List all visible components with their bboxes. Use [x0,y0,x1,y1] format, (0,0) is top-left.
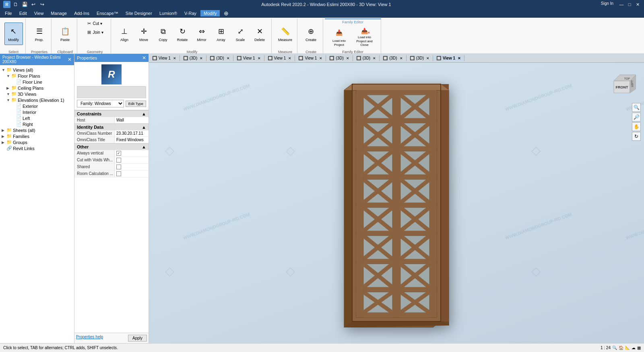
paste-button[interactable]: 📋 Paste [56,23,74,45]
room-calc-checkbox[interactable] [116,171,121,176]
tree-item-views-all[interactable]: ▼ 📁 Views (all) [0,67,74,73]
vp-tab-view1-1[interactable]: 🔲 View 1 ✕ [149,55,180,61]
vp-tab-view1-active[interactable]: 🔲 View 1 ✕ [433,55,464,61]
tree-item-interior[interactable]: 📄 Interior [0,109,74,115]
menu-manage[interactable]: Manage [47,10,70,16]
other-collapse[interactable]: ▲ [142,144,146,149]
menu-edit[interactable]: Edit [16,10,30,16]
expand-views: ▼ [2,68,6,72]
close-button[interactable]: ✕ [634,1,641,8]
vp-tab-3d-6[interactable]: 🔲 (3D) ✕ [407,55,433,61]
tree-item-families[interactable]: ▶ 📁 Families [0,133,74,139]
diamond-logo-5: ◇ [286,264,295,278]
properties-panel: Properties ✕ R Family: Windows Edit Type… [74,54,149,343]
create-button[interactable]: ⊕ Create [302,23,320,45]
constraints-collapse[interactable]: ▲ [142,111,146,116]
tab-close[interactable]: ✕ [288,56,291,60]
zoom-in-button[interactable]: 🔍 [632,103,641,112]
sign-in-button[interactable]: Sign In [601,1,613,8]
edit-type-button[interactable]: Edit Type [126,101,146,107]
tree-item-ceiling-plans[interactable]: ▶ 📁 Ceiling Plans [0,85,74,91]
tree-item-elevations[interactable]: ▼ 📁 Elevations (Elevation 1) [0,97,74,103]
tree-item-exterior[interactable]: 📄 Exterior [0,103,74,109]
measure-button[interactable]: 📏 Measure [276,23,295,45]
menu-file[interactable]: File [2,10,15,16]
tab-close[interactable]: ✕ [258,56,261,60]
properties-help-link[interactable]: Properties help [76,335,103,342]
new-button[interactable]: 🗋 [12,1,19,8]
tab-close[interactable]: ✕ [200,56,203,60]
viewport-canvas[interactable]: WWW.DIAMONDGROUP-RO.COM WWW.DIAMONDGROUP… [149,63,644,343]
vp-tab-3d-1[interactable]: 🔲 (3D) ✕ [180,55,206,61]
tab-close[interactable]: ✕ [319,56,322,60]
tab-close-active[interactable]: ✕ [458,56,461,60]
expand-elev: ▼ [6,98,11,102]
vp-tab-3d-5[interactable]: 🔲 (3D) ✕ [380,55,406,61]
tree-item-groups[interactable]: ▶ 📁 Groups [0,139,74,145]
mirror-button[interactable]: ⇔ Mirror [192,23,211,45]
tab-close[interactable]: ✕ [400,56,403,60]
scale-button[interactable]: ⤢ Scale [231,23,250,45]
vp-tab-3d-2[interactable]: 🔲 (3D) ✕ [206,55,233,61]
menu-vray[interactable]: V-Ray [181,10,200,16]
ribbon-group-modify: ⊥ Align ✛ Move ⧉ Copy ↻ Rotate ⇔ Mirro [113,19,272,55]
vp-tab-view1-3[interactable]: 🔲 View 1 ✕ [264,55,295,61]
always-vertical-checkbox[interactable]: ✓ [116,151,121,156]
properties-close[interactable]: ✕ [142,55,146,61]
tab-close[interactable]: ✕ [227,56,230,60]
redo-button[interactable]: ↪ [39,1,46,8]
tree-item-left[interactable]: 📄 Left [0,115,74,121]
menu-addins[interactable]: Add-Ins [71,10,93,16]
undo-button[interactable]: ↩ [30,1,37,8]
save-button[interactable]: 💾 [21,1,28,8]
delete-button[interactable]: ✕ Delete [250,23,269,45]
tree-item-3d-views[interactable]: ▼ 📁 3D Views [0,91,74,97]
vp-tab-view1-4[interactable]: 🔲 View 1 ✕ [295,55,326,61]
identity-collapse[interactable]: ▲ [142,125,146,130]
svg-rect-56 [356,146,437,151]
menu-sitedesigner[interactable]: Site Designer [122,10,155,16]
tab-close[interactable]: ✕ [373,56,376,60]
rotate-button[interactable]: ↻ Rotate [173,23,192,45]
family-dropdown[interactable]: Family: Windows [77,100,124,107]
properties-buttons: ☰ Prop. [30,19,49,48]
menu-enscape[interactable]: Enscape™ [93,10,122,16]
shared-checkbox[interactable] [116,165,121,169]
align-button[interactable]: ⊥ Align [115,23,134,45]
maximize-button[interactable]: □ [626,1,633,8]
vp-tab-view1-2[interactable]: 🔲 View 1 ✕ [233,55,264,61]
cut-voids-checkbox[interactable] [116,158,121,163]
rotate-icon: ↻ [177,26,188,37]
apply-button[interactable]: Apply [128,335,147,342]
tab-close[interactable]: ✕ [173,56,176,60]
tree-item-floor-plans[interactable]: ▼ 📁 Floor Plans [0,73,74,79]
viewcube[interactable]: FRONT TOP LEFT [608,71,636,99]
menu-view[interactable]: View [31,10,47,16]
tree-item-revit-links[interactable]: 🔗 Revit Links [0,145,74,151]
copy-button[interactable]: ⧉ Copy [154,23,172,45]
tree-item-floor-line[interactable]: 📄 Floor Line [0,79,74,85]
join-button[interactable]: ⊞ Join ▾ [84,28,105,36]
zoom-out-button[interactable]: 🔎 [632,113,641,121]
vp-tab-3d-4[interactable]: 🔲 (3D) ✕ [353,55,380,61]
load-into-close-button[interactable]: 📥✕ Load intoProject and Close [351,26,378,48]
tree-item-right[interactable]: 📄 Right [0,121,74,127]
tree-item-sheets[interactable]: ▶ 📁 Sheets (all) [0,127,74,133]
load-into-project-button[interactable]: 📥 Load intoProject [328,26,351,48]
pan-button[interactable]: ✋ [632,122,641,131]
modify-button[interactable]: ↖ Modify [4,23,23,45]
tab-close[interactable]: ✕ [426,56,429,60]
menu-modify[interactable]: Modify [200,10,220,16]
move-button[interactable]: ✛ Move [134,23,153,45]
tab-close[interactable]: ✕ [346,56,349,60]
menu-extra[interactable]: ⊕ [221,9,232,17]
orbit-button[interactable]: ↻ [632,132,641,141]
modify-icon: ↖ [8,26,19,37]
project-browser-close[interactable]: ✕ [68,57,72,62]
array-button[interactable]: ⊞ Array [212,23,230,45]
vp-tab-3d-3[interactable]: 🔲 (3D) ✕ [326,55,353,61]
menu-lumion[interactable]: Lumion® [156,10,180,16]
cut-button[interactable]: ✂ Cut ▾ [84,19,104,27]
properties-btn[interactable]: ☰ Prop. [30,23,49,45]
minimize-button[interactable]: — [618,1,625,8]
